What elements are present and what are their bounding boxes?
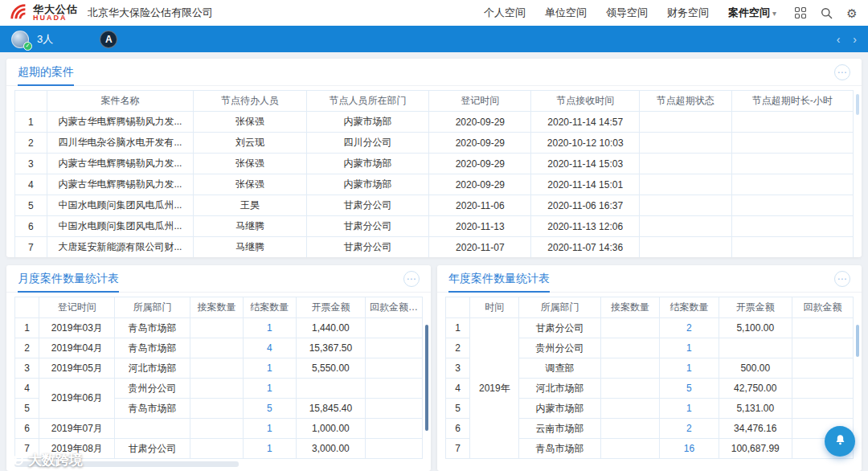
case-count-link[interactable]: 1: [267, 423, 272, 434]
vertical-scrollbar[interactable]: [425, 325, 428, 431]
table-cell: 1: [243, 439, 296, 459]
nav-item-case[interactable]: 案件空间▾: [728, 6, 776, 20]
table-cell: 5: [15, 399, 39, 419]
org-logo-avatar[interactable]: A: [100, 31, 117, 48]
table-cell: 5: [660, 379, 719, 399]
more-options-icon[interactable]: ⋯: [834, 64, 850, 80]
table-cell: 2020-11-14 15:03: [531, 154, 640, 174]
table-cell: [365, 379, 422, 399]
table-cell: 3: [15, 358, 39, 379]
top-nav: 个人空间单位空间领导空间财务空间案件空间▾: [484, 6, 776, 20]
column-header: [446, 297, 470, 318]
table-cell: 500.00: [719, 358, 792, 379]
table-cell: 甘肃分公司: [306, 237, 428, 258]
table-cell: [639, 216, 731, 237]
nav-item-finance[interactable]: 财务空间: [667, 6, 709, 20]
more-options-icon[interactable]: ⋯: [834, 271, 850, 287]
table-cell: 2: [660, 419, 719, 439]
table-cell: 6: [15, 419, 39, 439]
table-cell: [365, 318, 422, 338]
header-row: 时间所属部门接案数量结案数量开票金额回款金额: [446, 297, 854, 318]
table-cell: 内蒙古华电辉腾锡勒风力发...: [47, 154, 194, 174]
header-row: 登记时间所属部门接案数量结案数量开票金额回款金额合计: [15, 297, 423, 318]
overdue-cases-table: 案件名称节点待办人员节点人员所在部门登记时间节点接收时间节点超期状态节点超期时长…: [14, 90, 854, 257]
table-cell: [190, 318, 243, 338]
case-count-link[interactable]: 5: [686, 383, 692, 394]
table-cell: 4: [15, 379, 39, 399]
vertical-scrollbar[interactable]: [856, 325, 859, 357]
gear-icon[interactable]: ⚙: [845, 6, 858, 19]
case-count-link[interactable]: 1: [686, 362, 692, 374]
table-cell: 张保强: [194, 112, 307, 133]
table-cell: 青岛市场部: [115, 318, 190, 338]
table-cell: 贵州分公司: [115, 379, 190, 399]
nav-item-leader[interactable]: 领导空间: [606, 6, 648, 20]
company-name: 北京华大保险公估有限公司: [88, 6, 213, 20]
case-count-link[interactable]: 5: [267, 403, 272, 414]
table-cell: 4: [243, 338, 296, 358]
table-row: 7大唐延安新能源有限公司财...马继腾甘肃分公司2020-11-072020-1…: [15, 237, 854, 258]
table-cell: 青岛市场部: [115, 338, 190, 358]
column-header: [15, 297, 39, 318]
column-header: [15, 91, 47, 112]
table-cell: 4: [15, 174, 47, 195]
column-header: 节点接收时间: [531, 91, 640, 112]
table-cell: 四川华电杂谷脑水电开发有...: [47, 133, 194, 154]
case-count-link[interactable]: 16: [684, 443, 694, 454]
case-count-link[interactable]: 1: [686, 342, 692, 354]
horizontal-scrollbar[interactable]: [14, 461, 423, 468]
table-cell: [639, 133, 731, 154]
case-count-link[interactable]: 2: [686, 423, 692, 434]
more-options-icon[interactable]: ⋯: [403, 271, 420, 287]
nav-item-unit[interactable]: 单位空间: [545, 6, 587, 20]
table-cell: 张保强: [194, 174, 307, 195]
table-cell: [365, 439, 422, 459]
user-avatar[interactable]: ✓: [11, 31, 29, 48]
table-cell: [731, 195, 853, 216]
bell-icon: [833, 433, 847, 450]
table-cell: 内蒙市场部: [306, 174, 428, 195]
column-header: 结案数量: [660, 297, 719, 318]
table-cell: 调查部: [519, 358, 600, 379]
table-cell: [600, 358, 660, 379]
table-cell: [731, 112, 853, 133]
column-header: 案件名称: [47, 91, 194, 112]
table-cell: [365, 419, 422, 439]
table-cell: 2: [660, 318, 719, 338]
table-cell: 1: [243, 318, 296, 338]
vertical-scrollbar[interactable]: [856, 94, 859, 115]
table-cell: 内蒙古华电辉腾锡勒风力发...: [47, 174, 194, 195]
chevron-right-icon[interactable]: ›: [853, 33, 857, 46]
table-cell: 3,000.00: [296, 439, 365, 459]
column-header: 所属部门: [519, 297, 600, 318]
table-row: 5中国水电顾问集团风电瓜州...王昊甘肃分公司2020-11-062020-11…: [15, 195, 854, 216]
table-cell: [296, 379, 365, 399]
monthly-stats-table: 登记时间所属部门接案数量结案数量开票金额回款金额合计12019年03月青岛市场部…: [14, 297, 423, 459]
table-row: 6中国水电顾问集团风电瓜州...马继腾甘肃分公司2020-11-132020-1…: [15, 216, 854, 237]
column-header: 开票金额: [296, 297, 365, 318]
notification-bell-button[interactable]: [825, 426, 855, 457]
case-count-link[interactable]: 1: [267, 362, 272, 374]
table-cell: 5: [15, 195, 47, 216]
case-count-link[interactable]: 2: [686, 322, 692, 334]
table-cell: 7: [15, 237, 47, 258]
table-cell: 马继腾: [194, 216, 307, 237]
table-cell: [792, 379, 853, 399]
nav-item-personal[interactable]: 个人空间: [484, 6, 526, 20]
table-cell: 2019年07月: [39, 419, 115, 439]
column-header: 节点超期时长-小时: [731, 91, 853, 112]
case-count-link[interactable]: 1: [686, 403, 692, 414]
table-cell: 贵州分公司: [519, 338, 600, 358]
table-cell: 42,750.00: [719, 379, 792, 399]
chevron-left-icon[interactable]: ‹: [837, 33, 841, 46]
app-logo: 华大公估 HUADA: [10, 2, 78, 23]
table-cell: 6: [15, 216, 47, 237]
case-count-link[interactable]: 4: [267, 342, 272, 354]
case-count-link[interactable]: 1: [267, 443, 272, 454]
table-cell: [639, 195, 731, 216]
case-count-link[interactable]: 1: [267, 322, 272, 334]
search-icon[interactable]: [820, 6, 833, 19]
apps-grid-icon[interactable]: [794, 6, 807, 19]
table-cell: 甘肃分公司: [115, 439, 190, 459]
case-count-link[interactable]: 1: [267, 383, 272, 394]
